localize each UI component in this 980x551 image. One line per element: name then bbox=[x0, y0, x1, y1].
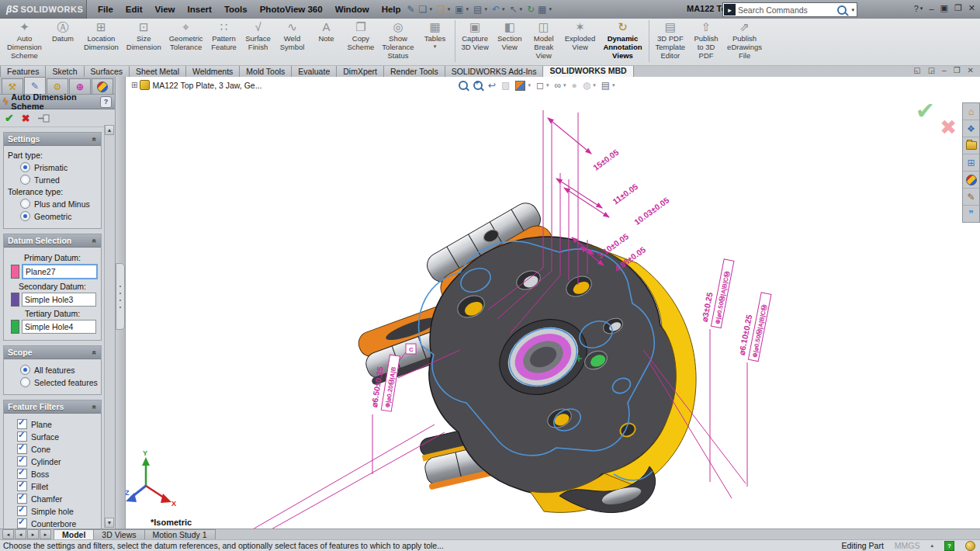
menu-insert[interactable]: Insert bbox=[182, 2, 218, 16]
view-orientation-icon[interactable] bbox=[515, 81, 525, 91]
selected-features-radio[interactable] bbox=[20, 377, 30, 387]
geometric-radio[interactable] bbox=[20, 211, 30, 221]
ok-button[interactable]: ✔ bbox=[5, 112, 14, 124]
fcf-hole-3mm[interactable]: ⌀3±0.25 ⊕|⌀0.50Ⓜ|A|B|CⓂ bbox=[699, 257, 734, 328]
cancel-button[interactable]: ✖ bbox=[22, 113, 30, 124]
scroll-up-arrow[interactable]: ▲ bbox=[105, 125, 114, 135]
primary-datum-field[interactable]: Plane27 bbox=[22, 264, 98, 279]
boss-checkbox[interactable] bbox=[17, 469, 27, 479]
units-label[interactable]: MMGS bbox=[895, 541, 920, 550]
tab-solidworks-mbd[interactable]: SOLIDWORKS MBD bbox=[542, 64, 633, 77]
fcf2-frame[interactable]: ⊕|⌀0.50Ⓜ|A|B|CⓂ bbox=[750, 304, 768, 359]
settings-group-header[interactable]: Settings« bbox=[4, 133, 101, 146]
motion-study-tab[interactable]: Motion Study 1 bbox=[144, 529, 216, 540]
collapse-chevron-icon[interactable]: « bbox=[91, 137, 99, 141]
zoom-to-fit-icon[interactable] bbox=[459, 81, 468, 90]
print-icon[interactable]: ▤ bbox=[473, 4, 483, 15]
capture-3d-view-button[interactable]: ▣Capture 3D View bbox=[458, 19, 493, 53]
surface-finish-button[interactable]: √Surface Finish bbox=[241, 19, 275, 53]
pin-icon[interactable] bbox=[38, 114, 50, 123]
collapse-chevron-icon[interactable]: « bbox=[91, 238, 99, 243]
new-document-icon[interactable]: ❏ bbox=[418, 4, 428, 15]
display-manager-tab[interactable] bbox=[92, 78, 113, 94]
tab-weldments[interactable]: Weldments bbox=[185, 65, 240, 77]
auto-dimension-scheme-button[interactable]: ✦Auto Dimension Scheme bbox=[3, 19, 46, 62]
maximize-button[interactable]: ▣ bbox=[940, 3, 948, 13]
filters-group-header[interactable]: Feature Filters« bbox=[4, 400, 101, 414]
confirm-cancel-icon[interactable]: ✖ bbox=[940, 116, 957, 140]
search-commands-box[interactable]: ▸ Search Commands ▾ bbox=[722, 2, 857, 17]
menu-photoview[interactable]: PhotoView 360 bbox=[254, 2, 329, 16]
options-icon[interactable]: ▦ bbox=[537, 4, 547, 15]
splitter-grip[interactable] bbox=[116, 263, 125, 330]
minimize-button[interactable]: ‒ bbox=[929, 4, 933, 13]
3d-pdf-template-editor-button[interactable]: ▤3D PDF Template Editor bbox=[652, 19, 690, 62]
doc-restore-button[interactable]: ❐ bbox=[954, 66, 961, 75]
fillet-checkbox[interactable] bbox=[17, 481, 27, 491]
next-tab-button[interactable]: ▸ bbox=[27, 529, 39, 539]
part-model[interactable] bbox=[355, 199, 696, 513]
open-icon[interactable]: ❒ bbox=[436, 4, 446, 15]
tab-surfaces[interactable]: Surfaces bbox=[84, 65, 130, 77]
section-view-button[interactable]: ◧Section View bbox=[493, 19, 527, 53]
configuration-manager-tab[interactable]: ⚙ bbox=[47, 78, 68, 94]
publish-edrawings-file-button[interactable]: ⇗Publish eDrawings File bbox=[723, 19, 766, 62]
collapse-chevron-icon[interactable]: « bbox=[91, 350, 99, 355]
menu-tools[interactable]: Tools bbox=[218, 2, 254, 16]
dimension-11[interactable]: 11±0.05 bbox=[611, 182, 639, 206]
close-button[interactable]: ✕ bbox=[968, 3, 975, 13]
edit-appearance-icon[interactable]: ● bbox=[571, 80, 577, 91]
panel-scrollbar[interactable]: ▲ ▼ bbox=[104, 125, 115, 528]
menu-help[interactable]: Help bbox=[376, 2, 407, 16]
tab-dimxpert[interactable]: DimXpert bbox=[336, 65, 384, 77]
panel-splitter[interactable] bbox=[115, 77, 126, 529]
collapse-chevron-icon[interactable]: « bbox=[91, 404, 99, 409]
fcf1-size[interactable]: ⌀3±0.25 bbox=[699, 291, 714, 323]
help-caret-icon[interactable]: ▾ bbox=[920, 5, 923, 12]
fcf1-frame[interactable]: ⊕|⌀0.50Ⓜ|A|B|CⓂ bbox=[713, 271, 731, 325]
doc-minimize-button[interactable]: ‒ bbox=[942, 66, 947, 75]
doc-close-button[interactable]: ✕ bbox=[968, 66, 974, 75]
menu-view[interactable]: View bbox=[149, 2, 182, 16]
undo-icon[interactable]: ↶ bbox=[491, 4, 500, 15]
forum-tab[interactable]: ❞ bbox=[963, 206, 979, 222]
tertiary-datum-field[interactable]: Simple Hole4 bbox=[22, 320, 96, 334]
confirm-ok-icon[interactable]: ✔ bbox=[916, 97, 935, 124]
note-button[interactable]: ANote bbox=[310, 19, 344, 44]
search-input[interactable]: Search Commands bbox=[738, 5, 837, 15]
weld-symbol-button[interactable]: ∿Weld Symbol bbox=[275, 19, 310, 53]
simple-hole-checkbox[interactable] bbox=[17, 506, 27, 516]
tab-mold-tools[interactable]: Mold Tools bbox=[239, 65, 292, 77]
caret-icon[interactable]: ▾ bbox=[528, 82, 531, 88]
datum-group-header[interactable]: Datum Selection« bbox=[4, 234, 101, 248]
search-icon[interactable] bbox=[837, 5, 847, 15]
tab-sketch[interactable]: Sketch bbox=[45, 65, 84, 77]
view-palette-tab[interactable]: ⊞ bbox=[963, 154, 979, 172]
publish-to-3d-pdf-button[interactable]: ⇧Publish to 3D PDF bbox=[689, 19, 723, 62]
display-style-icon[interactable]: ◻ bbox=[536, 80, 544, 91]
expand-icon[interactable]: ⊞ bbox=[131, 81, 137, 89]
previous-view-icon[interactable]: ↩ bbox=[488, 80, 496, 91]
cone-checkbox[interactable] bbox=[17, 444, 27, 454]
property-manager-tab[interactable]: ✎ bbox=[24, 77, 46, 94]
scope-group-header[interactable]: Scope« bbox=[4, 346, 101, 359]
doc-split-icon[interactable]: ◱ bbox=[913, 66, 920, 75]
prismatic-radio[interactable] bbox=[20, 162, 30, 172]
counterbore-checkbox[interactable] bbox=[17, 518, 27, 528]
hide-show-items-icon[interactable]: ∞ bbox=[554, 80, 561, 91]
geometric-tolerance-button[interactable]: ⌖Geometric Tolerance bbox=[165, 19, 207, 53]
graphics-viewport[interactable]: 15±0.05 11±0.05 10.03±0.05 3.10±0.05 4.9… bbox=[125, 77, 980, 529]
caret-icon[interactable]: ▾ bbox=[612, 82, 615, 88]
datum-c-flag[interactable]: C bbox=[406, 344, 416, 354]
menu-window[interactable]: Window bbox=[329, 2, 376, 16]
datum-button[interactable]: ⒶDatum bbox=[46, 19, 80, 44]
tab-evaluate[interactable]: Evaluate bbox=[291, 65, 337, 77]
turned-radio[interactable] bbox=[20, 175, 30, 185]
copy-scheme-button[interactable]: ❐Copy Scheme bbox=[344, 19, 379, 53]
file-explorer-tab[interactable] bbox=[963, 137, 979, 154]
tab-solidworks-addins[interactable]: SOLIDWORKS Add-Ins bbox=[445, 65, 544, 77]
dimension-15[interactable]: 15±0.05 bbox=[591, 147, 621, 172]
last-tab-button[interactable]: ▸ bbox=[40, 529, 51, 539]
dimxpert-manager-tab[interactable]: ⊕ bbox=[69, 78, 91, 94]
exploded-view-button[interactable]: ✶Exploded View bbox=[561, 19, 600, 53]
